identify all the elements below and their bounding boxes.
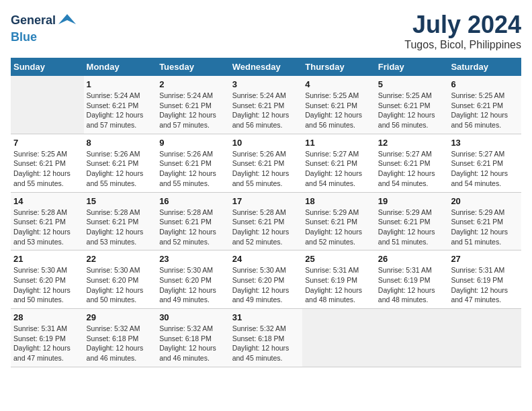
day-number: 15 — [87, 196, 154, 206]
day-header-thursday: Thursday — [302, 58, 375, 76]
day-info: Sunrise: 5:32 AM Sunset: 6:18 PM Dayligh… — [87, 324, 154, 363]
calendar-cell: 5Sunrise: 5:25 AM Sunset: 6:21 PM Daylig… — [375, 76, 449, 134]
calendar-cell: 28Sunrise: 5:31 AM Sunset: 6:19 PM Dayli… — [11, 309, 84, 367]
day-info: Sunrise: 5:27 AM Sunset: 6:21 PM Dayligh… — [305, 149, 373, 189]
calendar-cell: 30Sunrise: 5:32 AM Sunset: 6:18 PM Dayli… — [157, 309, 230, 367]
calendar-cell: 15Sunrise: 5:28 AM Sunset: 6:21 PM Dayli… — [84, 192, 157, 250]
calendar-cell: 21Sunrise: 5:30 AM Sunset: 6:20 PM Dayli… — [11, 250, 84, 309]
main-title: July 2024 — [404, 11, 521, 39]
day-info: Sunrise: 5:30 AM Sunset: 6:20 PM Dayligh… — [87, 265, 154, 305]
calendar-cell: 6Sunrise: 5:25 AM Sunset: 6:21 PM Daylig… — [448, 76, 521, 134]
calendar-cell: 11Sunrise: 5:27 AM Sunset: 6:21 PM Dayli… — [302, 134, 375, 192]
calendar-cell: 16Sunrise: 5:28 AM Sunset: 6:21 PM Dayli… — [157, 192, 230, 250]
day-header-saturday: Saturday — [448, 58, 521, 76]
week-row-3: 14Sunrise: 5:28 AM Sunset: 6:21 PM Dayli… — [11, 192, 521, 250]
day-number: 13 — [451, 138, 519, 148]
day-info: Sunrise: 5:31 AM Sunset: 6:19 PM Dayligh… — [305, 265, 373, 305]
day-number: 5 — [378, 79, 446, 89]
logo-text: General Blue — [11, 11, 77, 44]
day-number: 21 — [13, 254, 81, 264]
day-header-tuesday: Tuesday — [157, 58, 230, 76]
calendar-cell: 19Sunrise: 5:29 AM Sunset: 6:21 PM Dayli… — [375, 192, 449, 250]
header-row: SundayMondayTuesdayWednesdayThursdayFrid… — [11, 58, 521, 76]
day-number: 23 — [159, 254, 227, 264]
day-number: 10 — [232, 138, 300, 148]
day-number: 27 — [451, 254, 519, 264]
calendar-table: SundayMondayTuesdayWednesdayThursdayFrid… — [11, 58, 521, 367]
day-number: 2 — [159, 79, 227, 89]
svg-marker-0 — [58, 14, 76, 24]
calendar-cell: 7Sunrise: 5:25 AM Sunset: 6:21 PM Daylig… — [11, 134, 84, 192]
day-number: 7 — [13, 138, 81, 148]
day-info: Sunrise: 5:29 AM Sunset: 6:21 PM Dayligh… — [451, 208, 519, 247]
calendar-cell: 26Sunrise: 5:31 AM Sunset: 6:19 PM Dayli… — [375, 250, 449, 309]
day-header-sunday: Sunday — [11, 58, 84, 76]
day-number: 31 — [232, 312, 300, 322]
day-info: Sunrise: 5:28 AM Sunset: 6:21 PM Dayligh… — [232, 208, 300, 247]
week-row-2: 7Sunrise: 5:25 AM Sunset: 6:21 PM Daylig… — [11, 134, 521, 192]
day-number: 9 — [159, 138, 227, 148]
day-info: Sunrise: 5:28 AM Sunset: 6:21 PM Dayligh… — [159, 208, 227, 247]
calendar-cell — [11, 76, 84, 134]
day-info: Sunrise: 5:24 AM Sunset: 6:21 PM Dayligh… — [159, 91, 227, 130]
day-number: 6 — [451, 79, 519, 89]
logo: General Blue — [11, 11, 77, 44]
day-info: Sunrise: 5:30 AM Sunset: 6:20 PM Dayligh… — [159, 265, 227, 305]
day-number: 3 — [232, 79, 300, 89]
calendar-cell — [448, 309, 521, 367]
calendar-cell: 12Sunrise: 5:27 AM Sunset: 6:21 PM Dayli… — [375, 134, 449, 192]
day-info: Sunrise: 5:32 AM Sunset: 6:18 PM Dayligh… — [232, 324, 300, 363]
day-number: 29 — [87, 312, 154, 322]
day-info: Sunrise: 5:26 AM Sunset: 6:21 PM Dayligh… — [87, 149, 154, 189]
calendar-cell: 22Sunrise: 5:30 AM Sunset: 6:20 PM Dayli… — [84, 250, 157, 309]
day-number: 11 — [305, 138, 373, 148]
calendar-cell: 29Sunrise: 5:32 AM Sunset: 6:18 PM Dayli… — [84, 309, 157, 367]
calendar-cell: 31Sunrise: 5:32 AM Sunset: 6:18 PM Dayli… — [230, 309, 303, 367]
day-number: 8 — [87, 138, 154, 148]
day-info: Sunrise: 5:31 AM Sunset: 6:19 PM Dayligh… — [378, 265, 446, 305]
day-info: Sunrise: 5:30 AM Sunset: 6:20 PM Dayligh… — [13, 265, 81, 305]
day-info: Sunrise: 5:28 AM Sunset: 6:21 PM Dayligh… — [87, 208, 154, 247]
calendar-cell — [375, 309, 449, 367]
day-info: Sunrise: 5:28 AM Sunset: 6:21 PM Dayligh… — [13, 208, 81, 247]
day-number: 14 — [13, 196, 81, 206]
calendar-cell: 23Sunrise: 5:30 AM Sunset: 6:20 PM Dayli… — [157, 250, 230, 309]
day-info: Sunrise: 5:25 AM Sunset: 6:21 PM Dayligh… — [451, 91, 519, 130]
day-info: Sunrise: 5:25 AM Sunset: 6:21 PM Dayligh… — [378, 91, 446, 130]
day-number: 25 — [305, 254, 373, 264]
header: General Blue July 2024 Tugos, Bicol, Phi… — [11, 11, 521, 51]
week-row-4: 21Sunrise: 5:30 AM Sunset: 6:20 PM Dayli… — [11, 250, 521, 309]
day-number: 4 — [305, 79, 373, 89]
calendar-cell: 9Sunrise: 5:26 AM Sunset: 6:21 PM Daylig… — [157, 134, 230, 192]
day-number: 19 — [378, 196, 446, 206]
title-area: July 2024 Tugos, Bicol, Philippines — [404, 11, 521, 51]
calendar-cell: 20Sunrise: 5:29 AM Sunset: 6:21 PM Dayli… — [448, 192, 521, 250]
calendar-cell: 17Sunrise: 5:28 AM Sunset: 6:21 PM Dayli… — [230, 192, 303, 250]
calendar-cell: 27Sunrise: 5:31 AM Sunset: 6:19 PM Dayli… — [448, 250, 521, 309]
day-number: 22 — [87, 254, 154, 264]
day-header-wednesday: Wednesday — [230, 58, 303, 76]
calendar-cell: 10Sunrise: 5:26 AM Sunset: 6:21 PM Dayli… — [230, 134, 303, 192]
day-info: Sunrise: 5:26 AM Sunset: 6:21 PM Dayligh… — [232, 149, 300, 189]
day-number: 18 — [305, 196, 373, 206]
day-info: Sunrise: 5:25 AM Sunset: 6:21 PM Dayligh… — [13, 149, 81, 189]
day-info: Sunrise: 5:25 AM Sunset: 6:21 PM Dayligh… — [305, 91, 373, 130]
day-number: 30 — [159, 312, 227, 322]
calendar-cell: 25Sunrise: 5:31 AM Sunset: 6:19 PM Dayli… — [302, 250, 375, 309]
day-number: 20 — [451, 196, 519, 206]
day-info: Sunrise: 5:29 AM Sunset: 6:21 PM Dayligh… — [378, 208, 446, 247]
calendar-cell: 4Sunrise: 5:25 AM Sunset: 6:21 PM Daylig… — [302, 76, 375, 134]
day-number: 28 — [13, 312, 81, 322]
calendar-cell: 8Sunrise: 5:26 AM Sunset: 6:21 PM Daylig… — [84, 134, 157, 192]
calendar-cell — [302, 309, 375, 367]
calendar-cell: 2Sunrise: 5:24 AM Sunset: 6:21 PM Daylig… — [157, 76, 230, 134]
day-info: Sunrise: 5:27 AM Sunset: 6:21 PM Dayligh… — [378, 149, 446, 189]
day-header-monday: Monday — [84, 58, 157, 76]
logo-bird-icon — [57, 11, 77, 31]
day-info: Sunrise: 5:24 AM Sunset: 6:21 PM Dayligh… — [87, 91, 154, 130]
day-number: 16 — [159, 196, 227, 206]
day-number: 26 — [378, 254, 446, 264]
calendar-cell: 14Sunrise: 5:28 AM Sunset: 6:21 PM Dayli… — [11, 192, 84, 250]
day-number: 17 — [232, 196, 300, 206]
week-row-5: 28Sunrise: 5:31 AM Sunset: 6:19 PM Dayli… — [11, 309, 521, 367]
